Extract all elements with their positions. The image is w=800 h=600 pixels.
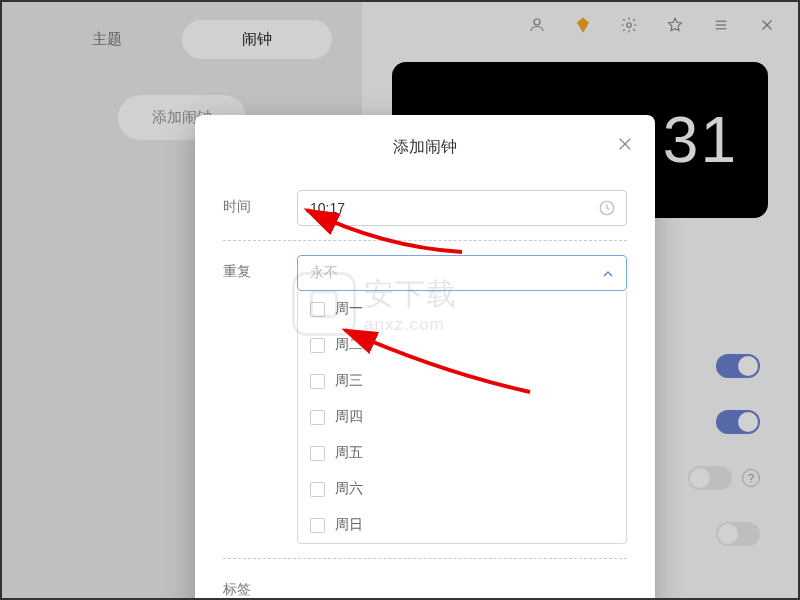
label-tag: 标签 — [223, 573, 297, 599]
opt-label: 周三 — [335, 372, 363, 390]
repeat-option-fri[interactable]: 周五 — [298, 435, 626, 471]
modal-close-icon[interactable] — [615, 135, 635, 155]
label-time: 时间 — [223, 190, 297, 216]
form-row-time: 时间 10:17 — [223, 176, 627, 241]
checkbox[interactable] — [310, 410, 325, 425]
opt-label: 周四 — [335, 408, 363, 426]
opt-label: 周日 — [335, 516, 363, 534]
repeat-option-thu[interactable]: 周四 — [298, 399, 626, 435]
chevron-up-icon — [600, 266, 616, 282]
repeat-option-sat[interactable]: 周六 — [298, 471, 626, 507]
repeat-option-tue[interactable]: 周二 — [298, 327, 626, 363]
repeat-option-sun[interactable]: 周日 — [298, 507, 626, 543]
time-input[interactable]: 10:17 — [297, 190, 627, 226]
add-alarm-modal: 添加闹钟 时间 10:17 重复 永不 周一 — [195, 115, 655, 600]
checkbox[interactable] — [310, 482, 325, 497]
opt-label: 周二 — [335, 336, 363, 354]
checkbox[interactable] — [310, 338, 325, 353]
opt-label: 周五 — [335, 444, 363, 462]
checkbox[interactable] — [310, 302, 325, 317]
checkbox[interactable] — [310, 446, 325, 461]
repeat-option-mon[interactable]: 周一 — [298, 291, 626, 327]
opt-label: 周一 — [335, 300, 363, 318]
form-row-tag: 标签 — [223, 558, 627, 600]
checkbox[interactable] — [310, 374, 325, 389]
repeat-option-wed[interactable]: 周三 — [298, 363, 626, 399]
repeat-select[interactable]: 永不 — [297, 255, 627, 291]
repeat-dropdown: 周一 周二 周三 周四 周五 周六 周日 — [297, 291, 627, 544]
modal-title: 添加闹钟 — [195, 137, 655, 158]
time-value: 10:17 — [310, 200, 345, 216]
opt-label: 周六 — [335, 480, 363, 498]
form-row-repeat: 重复 永不 周一 周二 周三 周四 周五 周六 周日 — [223, 241, 627, 558]
clock-icon — [598, 199, 616, 217]
checkbox[interactable] — [310, 518, 325, 533]
repeat-placeholder: 永不 — [310, 264, 338, 282]
label-repeat: 重复 — [223, 255, 297, 281]
